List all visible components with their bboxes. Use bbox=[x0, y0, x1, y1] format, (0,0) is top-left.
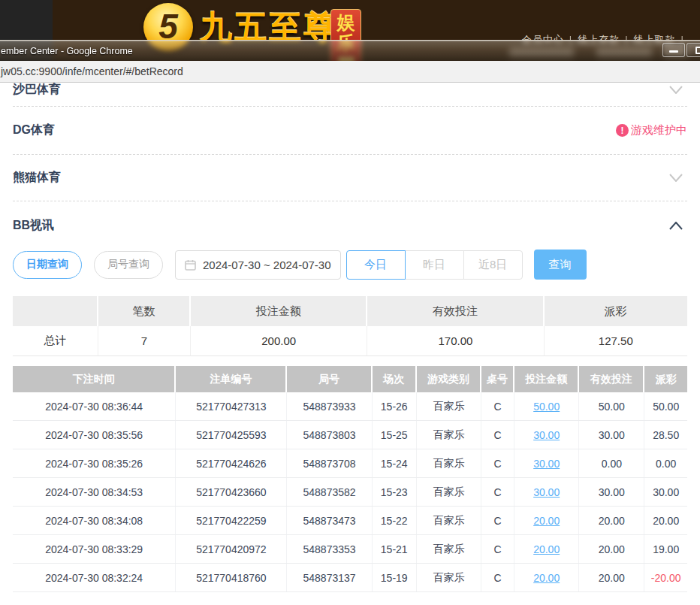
maximize-button[interactable] bbox=[686, 43, 700, 57]
cell-session: 15-25 bbox=[373, 421, 417, 449]
logo-coin-digit: 5 bbox=[158, 9, 178, 44]
cell-table-no: C bbox=[481, 392, 514, 420]
quick-range-button[interactable]: 昨日 bbox=[405, 250, 464, 280]
summary-value-cell: 127.50 bbox=[545, 326, 687, 356]
bet-amount-link[interactable]: 50.00 bbox=[533, 401, 560, 413]
section-panda-sports[interactable]: 熊猫体育 bbox=[13, 155, 687, 201]
cell-session: 15-23 bbox=[373, 478, 417, 506]
cell-session: 15-22 bbox=[373, 507, 417, 534]
section-bb-video[interactable]: BB视讯 bbox=[13, 201, 687, 250]
bet-amount-link[interactable]: 20.00 bbox=[533, 572, 560, 584]
cell-table-no: C bbox=[481, 449, 514, 477]
page-content: 沙巴体育 DG体育 ! 游戏维护中 熊猫体育 BB视讯 日期查询局 bbox=[0, 83, 700, 605]
cell-payout: 19.00 bbox=[644, 535, 687, 563]
summary-header-cell bbox=[13, 296, 98, 326]
bet-table-header-bet-amount: 投注金额 bbox=[514, 366, 579, 392]
cell-game-type: 百家乐 bbox=[417, 507, 481, 534]
cell-bet-id: 521770418760 bbox=[176, 564, 287, 591]
cell-payout: 30.00 bbox=[644, 478, 687, 506]
cell-payout: 50.00 bbox=[644, 392, 687, 420]
bet-table-header-round-id: 局号 bbox=[287, 366, 372, 392]
minimize-button[interactable] bbox=[662, 43, 685, 57]
bet-amount-link[interactable]: 30.00 bbox=[533, 458, 560, 470]
summary-header-cell: 投注金额 bbox=[191, 296, 367, 326]
table-row: 2024-07-30 08:32:24521770418760548873137… bbox=[13, 564, 687, 592]
section-shaba-sports[interactable]: 沙巴体育 bbox=[13, 83, 687, 107]
maintenance-text: 游戏维护中 bbox=[631, 123, 687, 138]
table-row: 2024-07-30 08:33:29521770420972548873353… bbox=[13, 535, 687, 564]
bet-amount-link[interactable]: 20.00 bbox=[533, 515, 560, 527]
cell-bet-id: 521770423660 bbox=[176, 478, 287, 506]
bet-amount-link[interactable]: 30.00 bbox=[533, 486, 560, 498]
summary-header-cell: 派彩 bbox=[545, 296, 687, 326]
cell-bet-id: 521770427313 bbox=[176, 392, 287, 420]
filter-bar: 日期查询局号查询 2024-07-30 ~ 2024-07-30 今日昨日近8日… bbox=[13, 250, 687, 280]
quick-range-button[interactable]: 今日 bbox=[346, 250, 406, 280]
cell-round-id: 548873582 bbox=[287, 478, 372, 506]
cell-bet-amount: 20.00 bbox=[514, 507, 579, 534]
cell-bet-time: 2024-07-30 08:34:53 bbox=[13, 478, 176, 506]
query-tab[interactable]: 局号查询 bbox=[94, 251, 163, 279]
cell-table-no: C bbox=[481, 478, 514, 506]
cell-bet-amount: 30.00 bbox=[514, 478, 579, 506]
cell-session: 15-24 bbox=[373, 449, 417, 477]
section-title: 沙巴体育 bbox=[13, 83, 61, 98]
cell-payout: -20.00 bbox=[644, 564, 687, 591]
cell-round-id: 548873803 bbox=[287, 421, 372, 449]
url-bar[interactable]: jw05.cc:9900/infe/mcenter/#/betRecord bbox=[0, 61, 700, 83]
cell-bet-time: 2024-07-30 08:32:24 bbox=[13, 564, 176, 591]
maximize-icon bbox=[695, 47, 700, 54]
cell-bet-id: 521770422259 bbox=[176, 507, 287, 534]
cell-payout: 20.00 bbox=[644, 507, 687, 534]
exclamation-icon: ! bbox=[616, 124, 629, 137]
cell-game-type: 百家乐 bbox=[417, 392, 481, 420]
cell-session: 15-26 bbox=[373, 392, 417, 420]
summary-header-row: 笔数投注金额有效投注派彩 bbox=[13, 296, 687, 326]
cell-bet-time: 2024-07-30 08:36:44 bbox=[13, 392, 176, 420]
cell-bet-time: 2024-07-30 08:35:26 bbox=[13, 449, 176, 477]
cell-table-no: C bbox=[481, 535, 514, 563]
cell-bet-amount: 50.00 bbox=[514, 392, 579, 420]
browser-window: ember Center - Google Chrome jw05.cc:990… bbox=[0, 40, 700, 605]
cell-session: 15-21 bbox=[373, 535, 417, 563]
bet-table-header-row: 下注时间注单编号局号场次游戏类别桌号投注金额有效投注派彩 bbox=[13, 366, 687, 392]
quick-range-group: 今日昨日近8日 bbox=[346, 250, 523, 280]
cell-valid-bet: 20.00 bbox=[579, 535, 644, 563]
bet-table-header-session: 场次 bbox=[373, 366, 417, 392]
window-titlebar[interactable]: ember Center - Google Chrome bbox=[0, 40, 700, 61]
chevron-up-icon[interactable] bbox=[669, 222, 683, 230]
cell-game-type: 百家乐 bbox=[417, 535, 481, 563]
cell-bet-id: 521770425593 bbox=[176, 421, 287, 449]
bet-table-header-bet-time: 下注时间 bbox=[13, 366, 176, 392]
bet-amount-link[interactable]: 30.00 bbox=[533, 429, 560, 441]
cell-bet-time: 2024-07-30 08:33:29 bbox=[13, 535, 176, 563]
chevron-down-icon[interactable] bbox=[669, 86, 683, 94]
search-button[interactable]: 查询 bbox=[534, 250, 587, 280]
maintenance-badge: ! 游戏维护中 bbox=[616, 123, 687, 138]
summary-header-cell: 笔数 bbox=[98, 296, 191, 326]
cell-bet-id: 521770424626 bbox=[176, 449, 287, 477]
calendar-icon bbox=[185, 259, 196, 271]
cell-game-type: 百家乐 bbox=[417, 421, 481, 449]
section-dg-sports[interactable]: DG体育 ! 游戏维护中 bbox=[13, 107, 687, 155]
cell-valid-bet: 50.00 bbox=[579, 392, 644, 420]
bet-table-header-table-no: 桌号 bbox=[481, 366, 514, 392]
cell-bet-id: 521770420972 bbox=[176, 535, 287, 563]
url-text: jw05.cc:9900/infe/mcenter/#/betRecord bbox=[1, 65, 183, 77]
query-tab[interactable]: 日期查询 bbox=[13, 251, 82, 279]
bet-record-table: 下注时间注单编号局号场次游戏类别桌号投注金额有效投注派彩 2024-07-30 … bbox=[13, 366, 687, 592]
cell-bet-amount: 30.00 bbox=[514, 421, 579, 449]
quick-range-button[interactable]: 近8日 bbox=[463, 250, 523, 280]
table-row: 2024-07-30 08:35:56521770425593548873803… bbox=[13, 421, 687, 449]
section-title: DG体育 bbox=[13, 123, 55, 138]
cell-round-id: 548873708 bbox=[287, 449, 372, 477]
date-range-input[interactable]: 2024-07-30 ~ 2024-07-30 bbox=[175, 250, 341, 280]
cell-round-id: 548873137 bbox=[287, 564, 372, 591]
window-controls bbox=[661, 43, 700, 57]
summary-value-cell: 170.00 bbox=[367, 326, 544, 356]
cell-valid-bet: 0.00 bbox=[579, 449, 644, 477]
chevron-down-icon[interactable] bbox=[669, 174, 683, 182]
cell-valid-bet: 30.00 bbox=[579, 421, 644, 449]
bet-amount-link[interactable]: 20.00 bbox=[533, 543, 560, 555]
summary-table: 笔数投注金额有效投注派彩 总计7200.00170.00127.50 bbox=[13, 296, 687, 356]
